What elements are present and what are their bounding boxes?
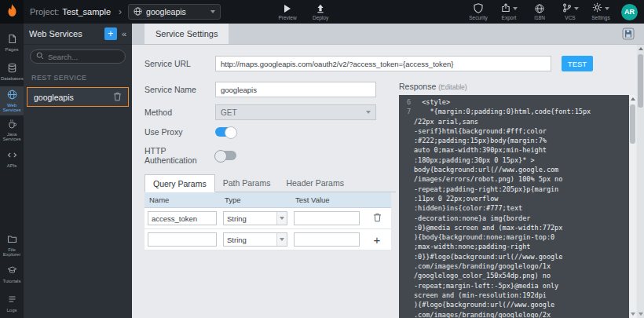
use-proxy-toggle[interactable] [215, 127, 236, 137]
globe-icon [134, 7, 142, 17]
i18n-button[interactable]: I18N [529, 3, 550, 20]
service-url-input[interactable] [215, 56, 551, 71]
add-service-button[interactable]: + [104, 27, 117, 40]
response-title: Response [399, 82, 436, 91]
settings-button[interactable]: Settings [591, 3, 611, 20]
main-content: Service Settings Service URL TEST Serv [132, 24, 644, 318]
tab-strip: Service Settings [132, 24, 644, 45]
graduation-cap-icon [7, 265, 17, 277]
response-header: Response (Editable) [399, 82, 636, 91]
code-line: auto 0;max-width:390px;min-height [401, 145, 627, 155]
tab-service-settings[interactable]: Service Settings [145, 24, 229, 44]
method-label: Method [145, 108, 215, 117]
response-panel: Response (Editable) 6 <style> 7 *{margin… [399, 82, 636, 318]
scrollbar-thumb[interactable] [630, 104, 635, 144]
web-services-panel: Web Services + « REST SERVICE googleapis [24, 24, 132, 318]
vcs-button[interactable]: VCS [560, 3, 580, 20]
code-line: screen and (min-resolution:192dpi [401, 291, 627, 300]
add-param-button[interactable]: + [374, 234, 381, 246]
sidebar-item-databases[interactable]: Databases [0, 57, 24, 86]
search-input[interactable] [48, 53, 119, 61]
service-name-input[interactable] [215, 82, 376, 97]
method-select[interactable]: GET [215, 104, 376, 120]
delete-param-button[interactable] [373, 213, 382, 224]
vcs-label: VCS [565, 15, 575, 20]
column-header-type: Type [220, 192, 291, 208]
editor-scrollbar[interactable] [629, 95, 636, 318]
user-avatar[interactable]: AR [621, 4, 638, 20]
method-row: Method GET [145, 104, 396, 120]
code-line: .com/images/branding/googlelogo/1x [401, 261, 627, 271]
sidebar-item-web-services[interactable]: Web Services [0, 86, 24, 115]
new-param-test-value-input[interactable] [294, 232, 360, 247]
param-row-access-token: String [145, 208, 391, 229]
caret-down-icon [280, 238, 284, 241]
sidebar-item-java-services[interactable]: Java Services [0, 115, 24, 144]
use-proxy-label: Use Proxy [145, 127, 215, 137]
search-icon [36, 52, 44, 61]
caret-down-icon [210, 10, 215, 13]
delete-service-button[interactable] [113, 92, 122, 103]
table-header-row: Name Type Test Value [145, 192, 391, 208]
test-button[interactable]: TEST [562, 56, 593, 71]
tab-query-params[interactable]: Query Params [145, 174, 215, 192]
column-header-name: Name [145, 192, 220, 208]
globe-icon [7, 90, 17, 101]
app-logo[interactable] [0, 0, 24, 24]
globe-icon [535, 3, 544, 13]
export-label: Export [502, 15, 517, 20]
security-button[interactable]: Security [468, 3, 488, 20]
collapse-panel-icon[interactable]: « [122, 29, 126, 38]
database-icon [7, 63, 17, 75]
service-url-label: Service URL [145, 59, 215, 68]
caret-down-icon [366, 111, 371, 114]
app-window: Project: Test_sample › googleapis Previe… [0, 0, 644, 318]
save-button[interactable] [622, 27, 635, 42]
project-label: Project: [30, 7, 59, 16]
left-nav-rail: Pages Databases Web Services Java Servic… [0, 24, 24, 318]
preview-button[interactable]: Preview [277, 3, 298, 20]
deploy-button[interactable]: Deploy [310, 3, 331, 20]
code-line: /22px arial,sans [401, 117, 627, 126]
scroll-up-icon [631, 97, 635, 101]
service-search-box [30, 49, 126, 64]
sidebar-item-apis[interactable]: APIs [0, 144, 24, 174]
param-name-input[interactable] [148, 211, 217, 225]
main-scrollbar[interactable] [637, 45, 644, 318]
security-label: Security [469, 15, 487, 20]
code-line: :hidden}ins{color:#777;text [401, 203, 627, 213]
code-line: :11px 0 22px;overflow [401, 194, 627, 203]
sidebar-item-tutorials[interactable]: Tutorials [0, 260, 24, 289]
params-tabs: Query Params Path Params Header Params [145, 174, 396, 192]
branch-icon [562, 3, 572, 14]
folder-icon [7, 234, 17, 246]
tab-header-params[interactable]: Header Params [278, 174, 352, 192]
top-bar: Project: Test_sample › googleapis Previe… [0, 0, 644, 24]
nav-spacer [0, 174, 24, 231]
http-auth-row: HTTP Authentication [145, 146, 396, 165]
scrollbar-thumb[interactable] [638, 54, 643, 108]
caret-down-icon [280, 217, 284, 220]
service-selector-dropdown[interactable]: googleapis [128, 4, 221, 20]
form-column: Service Name Method GET Use Proxy [145, 82, 396, 318]
code-line: 6 <style> [401, 97, 627, 107]
sidebar-item-pages[interactable]: Pages [0, 28, 24, 57]
export-button[interactable]: Export [499, 3, 519, 20]
new-param-name-input[interactable] [148, 232, 217, 247]
code-line: ){#logo{background:url(//www.google [401, 300, 627, 309]
response-code-editor[interactable]: 6 <style> 7 *{margin:0;padding:0}html,co… [399, 95, 636, 318]
service-item-googleapis[interactable]: googleapis [27, 87, 129, 107]
code-line: -repeat;padding-right:205px}p{margin [401, 185, 627, 194]
new-param-type-select[interactable]: String [223, 232, 287, 247]
sidebar-item-logs[interactable]: Logs [0, 289, 24, 318]
caret-down-icon [574, 7, 579, 10]
http-authentication-toggle[interactable] [215, 151, 236, 160]
project-name: Test_sample [62, 7, 111, 16]
code-line: :0}}#logo{background:url(//www.google [401, 252, 627, 261]
param-test-value-input[interactable] [294, 211, 360, 225]
sidebar-item-file-explorer[interactable]: File Explorer [0, 231, 24, 260]
tab-path-params[interactable]: Path Params [215, 174, 279, 192]
shield-icon [474, 3, 483, 13]
param-type-select[interactable]: String [223, 211, 287, 225]
caret-down-icon [513, 7, 518, 10]
